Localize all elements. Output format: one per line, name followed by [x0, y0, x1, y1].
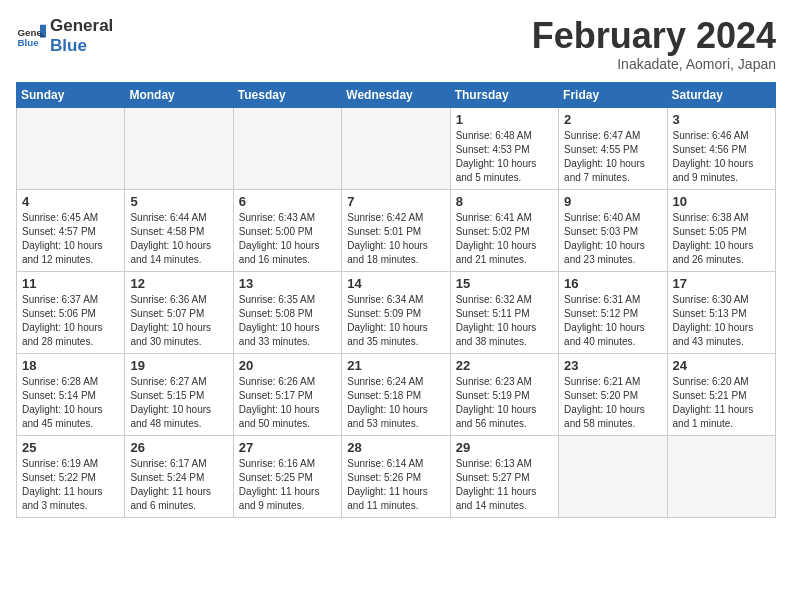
calendar-cell: 17Sunrise: 6:30 AMSunset: 5:13 PMDayligh…: [667, 271, 775, 353]
day-info: Sunrise: 6:13 AMSunset: 5:27 PMDaylight:…: [456, 457, 553, 513]
calendar-cell: [667, 435, 775, 517]
calendar-cell: 16Sunrise: 6:31 AMSunset: 5:12 PMDayligh…: [559, 271, 667, 353]
calendar-week-row: 25Sunrise: 6:19 AMSunset: 5:22 PMDayligh…: [17, 435, 776, 517]
calendar-title: February 2024: [532, 16, 776, 56]
day-info: Sunrise: 6:36 AMSunset: 5:07 PMDaylight:…: [130, 293, 227, 349]
calendar-cell: 23Sunrise: 6:21 AMSunset: 5:20 PMDayligh…: [559, 353, 667, 435]
day-info: Sunrise: 6:38 AMSunset: 5:05 PMDaylight:…: [673, 211, 770, 267]
logo-blue: Blue: [50, 36, 113, 56]
calendar-subtitle: Inakadate, Aomori, Japan: [532, 56, 776, 72]
day-info: Sunrise: 6:20 AMSunset: 5:21 PMDaylight:…: [673, 375, 770, 431]
day-info: Sunrise: 6:21 AMSunset: 5:20 PMDaylight:…: [564, 375, 661, 431]
calendar-cell: 20Sunrise: 6:26 AMSunset: 5:17 PMDayligh…: [233, 353, 341, 435]
day-number: 27: [239, 440, 336, 455]
day-number: 5: [130, 194, 227, 209]
calendar-cell: 27Sunrise: 6:16 AMSunset: 5:25 PMDayligh…: [233, 435, 341, 517]
calendar-cell: 22Sunrise: 6:23 AMSunset: 5:19 PMDayligh…: [450, 353, 558, 435]
calendar-cell: 14Sunrise: 6:34 AMSunset: 5:09 PMDayligh…: [342, 271, 450, 353]
day-number: 26: [130, 440, 227, 455]
day-info: Sunrise: 6:47 AMSunset: 4:55 PMDaylight:…: [564, 129, 661, 185]
day-info: Sunrise: 6:35 AMSunset: 5:08 PMDaylight:…: [239, 293, 336, 349]
day-number: 18: [22, 358, 119, 373]
weekday-header-tuesday: Tuesday: [233, 82, 341, 107]
calendar-cell: 4Sunrise: 6:45 AMSunset: 4:57 PMDaylight…: [17, 189, 125, 271]
day-info: Sunrise: 6:17 AMSunset: 5:24 PMDaylight:…: [130, 457, 227, 513]
day-info: Sunrise: 6:40 AMSunset: 5:03 PMDaylight:…: [564, 211, 661, 267]
day-info: Sunrise: 6:28 AMSunset: 5:14 PMDaylight:…: [22, 375, 119, 431]
day-number: 17: [673, 276, 770, 291]
day-number: 19: [130, 358, 227, 373]
logo: General Blue General Blue: [16, 16, 113, 57]
title-area: February 2024 Inakadate, Aomori, Japan: [532, 16, 776, 72]
day-info: Sunrise: 6:31 AMSunset: 5:12 PMDaylight:…: [564, 293, 661, 349]
calendar-cell: 26Sunrise: 6:17 AMSunset: 5:24 PMDayligh…: [125, 435, 233, 517]
calendar-cell: 18Sunrise: 6:28 AMSunset: 5:14 PMDayligh…: [17, 353, 125, 435]
calendar-cell: 28Sunrise: 6:14 AMSunset: 5:26 PMDayligh…: [342, 435, 450, 517]
day-number: 23: [564, 358, 661, 373]
calendar-cell: 6Sunrise: 6:43 AMSunset: 5:00 PMDaylight…: [233, 189, 341, 271]
day-number: 10: [673, 194, 770, 209]
day-info: Sunrise: 6:41 AMSunset: 5:02 PMDaylight:…: [456, 211, 553, 267]
day-number: 29: [456, 440, 553, 455]
day-info: Sunrise: 6:43 AMSunset: 5:00 PMDaylight:…: [239, 211, 336, 267]
weekday-header-friday: Friday: [559, 82, 667, 107]
day-number: 12: [130, 276, 227, 291]
calendar-cell: 2Sunrise: 6:47 AMSunset: 4:55 PMDaylight…: [559, 107, 667, 189]
day-number: 6: [239, 194, 336, 209]
day-info: Sunrise: 6:16 AMSunset: 5:25 PMDaylight:…: [239, 457, 336, 513]
day-number: 1: [456, 112, 553, 127]
weekday-header-sunday: Sunday: [17, 82, 125, 107]
day-info: Sunrise: 6:46 AMSunset: 4:56 PMDaylight:…: [673, 129, 770, 185]
calendar-cell: 1Sunrise: 6:48 AMSunset: 4:53 PMDaylight…: [450, 107, 558, 189]
calendar-cell: 5Sunrise: 6:44 AMSunset: 4:58 PMDaylight…: [125, 189, 233, 271]
day-number: 9: [564, 194, 661, 209]
weekday-header-monday: Monday: [125, 82, 233, 107]
calendar-cell: 8Sunrise: 6:41 AMSunset: 5:02 PMDaylight…: [450, 189, 558, 271]
day-number: 20: [239, 358, 336, 373]
calendar-week-row: 11Sunrise: 6:37 AMSunset: 5:06 PMDayligh…: [17, 271, 776, 353]
day-info: Sunrise: 6:24 AMSunset: 5:18 PMDaylight:…: [347, 375, 444, 431]
calendar-cell: 13Sunrise: 6:35 AMSunset: 5:08 PMDayligh…: [233, 271, 341, 353]
weekday-header-wednesday: Wednesday: [342, 82, 450, 107]
calendar-cell: 25Sunrise: 6:19 AMSunset: 5:22 PMDayligh…: [17, 435, 125, 517]
calendar-cell: [233, 107, 341, 189]
day-info: Sunrise: 6:42 AMSunset: 5:01 PMDaylight:…: [347, 211, 444, 267]
calendar-cell: 3Sunrise: 6:46 AMSunset: 4:56 PMDaylight…: [667, 107, 775, 189]
day-number: 15: [456, 276, 553, 291]
calendar-week-row: 1Sunrise: 6:48 AMSunset: 4:53 PMDaylight…: [17, 107, 776, 189]
day-info: Sunrise: 6:48 AMSunset: 4:53 PMDaylight:…: [456, 129, 553, 185]
calendar-cell: 10Sunrise: 6:38 AMSunset: 5:05 PMDayligh…: [667, 189, 775, 271]
calendar-cell: 29Sunrise: 6:13 AMSunset: 5:27 PMDayligh…: [450, 435, 558, 517]
logo-icon: General Blue: [16, 21, 46, 51]
day-number: 22: [456, 358, 553, 373]
day-info: Sunrise: 6:45 AMSunset: 4:57 PMDaylight:…: [22, 211, 119, 267]
weekday-header-saturday: Saturday: [667, 82, 775, 107]
calendar-cell: 11Sunrise: 6:37 AMSunset: 5:06 PMDayligh…: [17, 271, 125, 353]
day-info: Sunrise: 6:44 AMSunset: 4:58 PMDaylight:…: [130, 211, 227, 267]
day-info: Sunrise: 6:27 AMSunset: 5:15 PMDaylight:…: [130, 375, 227, 431]
calendar-cell: [17, 107, 125, 189]
calendar-cell: 7Sunrise: 6:42 AMSunset: 5:01 PMDaylight…: [342, 189, 450, 271]
day-number: 2: [564, 112, 661, 127]
calendar-table: SundayMondayTuesdayWednesdayThursdayFrid…: [16, 82, 776, 518]
day-number: 7: [347, 194, 444, 209]
calendar-cell: [125, 107, 233, 189]
calendar-cell: 19Sunrise: 6:27 AMSunset: 5:15 PMDayligh…: [125, 353, 233, 435]
day-info: Sunrise: 6:34 AMSunset: 5:09 PMDaylight:…: [347, 293, 444, 349]
calendar-cell: [342, 107, 450, 189]
svg-text:Blue: Blue: [18, 37, 40, 48]
day-info: Sunrise: 6:32 AMSunset: 5:11 PMDaylight:…: [456, 293, 553, 349]
weekday-header-row: SundayMondayTuesdayWednesdayThursdayFrid…: [17, 82, 776, 107]
calendar-cell: 12Sunrise: 6:36 AMSunset: 5:07 PMDayligh…: [125, 271, 233, 353]
calendar-cell: [559, 435, 667, 517]
calendar-cell: 15Sunrise: 6:32 AMSunset: 5:11 PMDayligh…: [450, 271, 558, 353]
calendar-cell: 9Sunrise: 6:40 AMSunset: 5:03 PMDaylight…: [559, 189, 667, 271]
day-number: 14: [347, 276, 444, 291]
day-number: 24: [673, 358, 770, 373]
day-number: 11: [22, 276, 119, 291]
day-number: 21: [347, 358, 444, 373]
weekday-header-thursday: Thursday: [450, 82, 558, 107]
logo-general: General: [50, 16, 113, 36]
calendar-week-row: 18Sunrise: 6:28 AMSunset: 5:14 PMDayligh…: [17, 353, 776, 435]
day-info: Sunrise: 6:14 AMSunset: 5:26 PMDaylight:…: [347, 457, 444, 513]
